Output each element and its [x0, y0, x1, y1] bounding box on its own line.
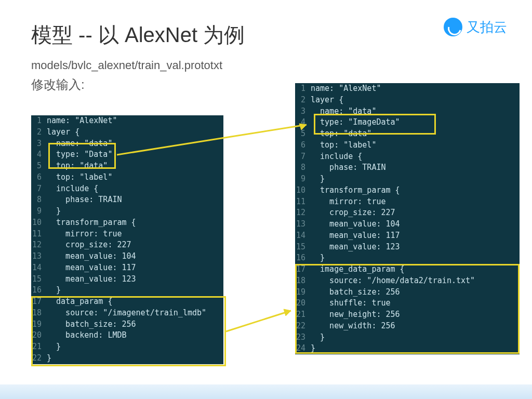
line-number: 3 [295, 106, 311, 117]
code-text: } [47, 206, 61, 217]
code-line: 6 top: "label" [295, 140, 520, 151]
code-line: 3 name: "data" [31, 138, 223, 150]
code-text: top: "label" [47, 172, 112, 183]
bottom-bar [0, 384, 532, 399]
code-line: 17 data_param { [31, 296, 223, 308]
code-text: } [311, 332, 325, 343]
code-text: top: "data" [311, 128, 371, 140]
line-number: 24 [295, 343, 311, 354]
code-text: name: "AlexNet" [311, 83, 381, 95]
code-text: } [47, 353, 51, 364]
code-line: 20 shuffle: true [295, 298, 520, 309]
code-text: } [47, 285, 61, 296]
line-number: 16 [295, 252, 311, 264]
line-number: 21 [295, 309, 311, 321]
code-line: 14 mean_value: 117 [295, 230, 520, 242]
line-number: 21 [31, 341, 47, 353]
code-line: 11 mirror: true [295, 196, 520, 208]
code-line: 19 batch_size: 256 [295, 287, 520, 298]
code-line: 7 include { [295, 151, 520, 163]
code-line: 9 } [295, 174, 520, 185]
line-number: 3 [31, 138, 47, 150]
code-text: batch_size: 256 [47, 319, 136, 330]
code-text: top: "label" [311, 140, 376, 151]
line-number: 6 [295, 140, 311, 151]
code-block-left: 1name: "AlexNet"2layer {3 name: "data"4 … [31, 115, 223, 364]
page-title: 模型 -- 以 AlexNet 为例 [31, 21, 501, 49]
code-text: } [47, 341, 61, 353]
line-number: 19 [295, 287, 311, 298]
code-text: } [311, 343, 315, 354]
line-number: 11 [295, 196, 311, 208]
line-number: 13 [295, 219, 311, 230]
line-number: 11 [31, 229, 47, 240]
code-text: include { [311, 151, 362, 163]
code-line: 6 top: "label" [31, 172, 223, 183]
line-number: 16 [31, 285, 47, 296]
line-number: 1 [31, 115, 47, 127]
code-text: mean_value: 104 [47, 251, 136, 262]
code-line: 15 mean_value: 123 [31, 274, 223, 285]
code-line: 13 mean_value: 104 [31, 251, 223, 262]
line-number: 19 [31, 319, 47, 330]
code-line: 1name: "AlexNet" [31, 115, 223, 127]
line-number: 2 [31, 127, 47, 138]
line-number: 15 [295, 242, 311, 253]
code-line: 22} [31, 353, 223, 364]
code-text: } [311, 174, 325, 185]
code-line: 5 top: "data" [31, 161, 223, 172]
line-number: 2 [295, 95, 311, 106]
line-number: 9 [31, 206, 47, 217]
line-number: 18 [31, 308, 47, 319]
line-number: 10 [295, 185, 311, 196]
code-line: 12 crop_size: 227 [31, 240, 223, 251]
code-line: 14 mean_value: 117 [31, 262, 223, 274]
code-line: 8 phase: TRAIN [31, 194, 223, 206]
code-line: 9 } [31, 206, 223, 217]
line-number: 12 [295, 207, 311, 219]
code-line: 24} [295, 343, 520, 354]
line-number: 4 [295, 117, 311, 128]
code-line: 8 phase: TRAIN [295, 162, 520, 174]
slide: 又拍云 模型 -- 以 AlexNet 为例 models/bvlc_alexn… [0, 0, 532, 399]
line-number: 5 [31, 161, 47, 172]
line-number: 17 [31, 296, 47, 308]
code-text: transform_param { [47, 217, 136, 229]
code-text: shuffle: true [311, 298, 391, 309]
line-number: 7 [31, 183, 47, 195]
code-line: 21 } [31, 341, 223, 353]
logo-text: 又拍云 [467, 18, 507, 36]
line-number: 4 [31, 149, 47, 161]
code-text: mean_value: 123 [311, 242, 400, 253]
line-number: 14 [295, 230, 311, 242]
line-number: 22 [31, 353, 47, 364]
code-text: name: "data" [47, 138, 112, 150]
code-line: 11 mirror: true [31, 229, 223, 240]
code-text: type: "ImageData" [311, 117, 400, 128]
code-line: 3 name: "data" [295, 106, 520, 117]
code-text: mirror: true [47, 229, 122, 240]
code-line: 21 new_height: 256 [295, 309, 520, 321]
code-line: 16 } [295, 252, 520, 264]
code-text: type: "Data" [47, 149, 112, 161]
code-text: layer { [47, 127, 79, 138]
line-number: 17 [295, 264, 311, 275]
line-number: 9 [295, 174, 311, 185]
code-text: layer { [311, 95, 343, 106]
code-line: 18 source: "/home/data2/train.txt" [295, 275, 520, 287]
line-number: 8 [295, 162, 311, 174]
code-text: top: "data" [47, 161, 108, 172]
line-number: 7 [295, 151, 311, 163]
file-path: models/bvlc_alexnet/train_val.prototxt [31, 59, 501, 72]
arrow-bottom [223, 307, 301, 338]
code-text: backend: LMDB [47, 330, 127, 341]
code-line: 13 mean_value: 104 [295, 219, 520, 230]
line-number: 10 [31, 217, 47, 229]
code-text: mean_value: 104 [311, 219, 400, 230]
code-text: mean_value: 123 [47, 274, 136, 285]
code-text: mean_value: 117 [311, 230, 400, 242]
code-text: phase: TRAIN [47, 194, 122, 206]
code-text: new_width: 256 [311, 321, 395, 332]
code-line: 2layer { [31, 127, 223, 138]
code-text: batch_size: 256 [311, 287, 400, 298]
